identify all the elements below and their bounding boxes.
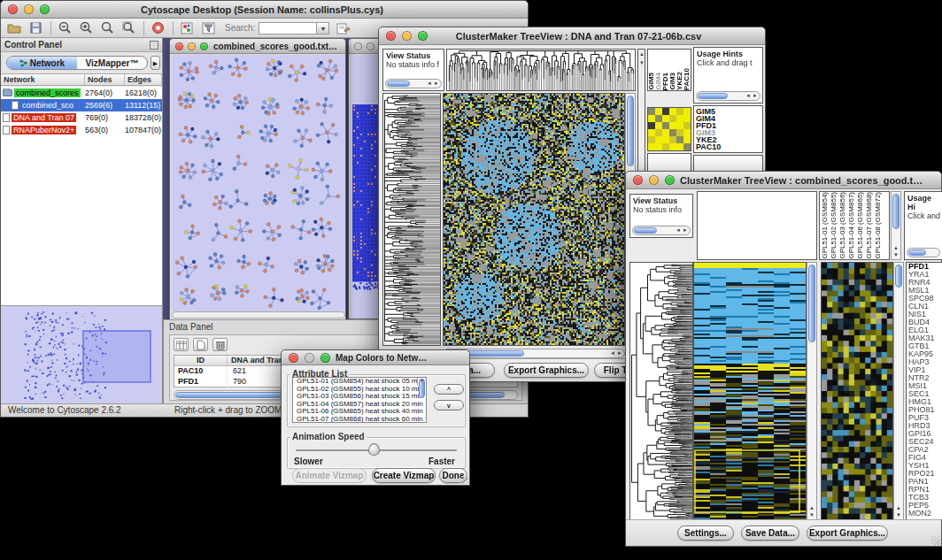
close-icon[interactable] xyxy=(8,4,18,14)
minimize-icon[interactable] xyxy=(305,353,314,363)
treeview-1-titlebar[interactable]: ClusterMaker TreeView : DNA and Tran 07-… xyxy=(379,27,765,45)
zoom-heatmap-canvas[interactable] xyxy=(822,263,892,519)
vertical-scrollbar[interactable]: ▲ ▼ xyxy=(891,191,901,260)
row-dendrogram-canvas[interactable] xyxy=(630,263,692,519)
scroll-up-icon[interactable]: ▲ xyxy=(893,245,899,250)
slider-thumb[interactable] xyxy=(368,443,380,456)
scrollbar-thumb[interactable] xyxy=(634,227,657,234)
global-heatmap-panel[interactable] xyxy=(693,262,807,520)
network-window-1[interactable]: combined_scores_good.txt--cluste... xyxy=(169,38,346,321)
save-data-button[interactable]: Save Data... xyxy=(741,525,799,541)
close-icon[interactable] xyxy=(289,353,298,363)
zoom-in-icon[interactable] xyxy=(78,21,94,35)
scroll-up-icon[interactable]: ▲ xyxy=(896,505,901,510)
resize-grip[interactable] xyxy=(459,475,468,484)
global-heatmap-canvas[interactable] xyxy=(694,263,806,519)
attribute-item[interactable]: GPL51-07 (GSM868) heat shock 60 min xyxy=(295,416,426,423)
horizontal-scrollbar[interactable] xyxy=(907,248,940,257)
zoom-window-icon[interactable] xyxy=(200,42,208,50)
zoom-fit-icon[interactable] xyxy=(120,21,136,35)
network-tree-row[interactable]: DNA and Tran 07769(0)183728(0) xyxy=(1,111,162,124)
global-heatmap-panel[interactable] xyxy=(443,93,625,346)
scroll-right-icon[interactable]: ► xyxy=(683,227,688,233)
scroll-left-icon[interactable]: ◄ xyxy=(610,350,615,356)
animate-vizmap-button[interactable]: Animate Vizmap xyxy=(292,468,367,483)
birdseye-view[interactable] xyxy=(1,306,162,403)
horizontal-scrollbar[interactable]: ◄ ► xyxy=(385,79,442,88)
vizmapper-icon[interactable] xyxy=(179,21,195,35)
network-window-1-titlebar[interactable]: combined_scores_good.txt--cluste... xyxy=(170,39,345,54)
scrollbar-thumb[interactable] xyxy=(808,265,815,342)
vertical-scrollbar[interactable]: ▲ ▼ xyxy=(807,262,817,520)
vertical-scrollbar[interactable]: ▲ ▼ xyxy=(417,378,426,386)
export-graphics-button[interactable]: Export Graphics... xyxy=(504,363,589,378)
tab-vizmapper[interactable]: VizMapper™ xyxy=(77,57,147,69)
minimize-icon[interactable] xyxy=(402,31,412,41)
scroll-down-icon[interactable]: ▼ xyxy=(896,512,901,518)
scroll-right-icon[interactable]: ► xyxy=(617,350,622,356)
scroll-left-icon[interactable]: ◄ xyxy=(745,93,751,98)
horizontal-scrollbar[interactable]: ◄ ► xyxy=(696,91,761,101)
create-vizmap-button[interactable]: Create Vizmap xyxy=(372,468,436,483)
scroll-down-icon[interactable]: ▼ xyxy=(420,377,424,385)
column-dendrogram-canvas[interactable] xyxy=(447,50,635,90)
help-icon[interactable] xyxy=(150,21,166,35)
scrollbar-thumb[interactable] xyxy=(698,93,728,99)
minimize-icon[interactable] xyxy=(649,175,659,185)
open-file-icon[interactable] xyxy=(6,21,22,35)
close-icon[interactable] xyxy=(633,175,643,185)
zoom-window-icon[interactable] xyxy=(418,31,428,41)
zoom-window-icon[interactable] xyxy=(40,4,50,14)
horizontal-scrollbar[interactable]: ◄ ► xyxy=(632,226,691,235)
resize-grip[interactable] xyxy=(931,536,940,545)
main-titlebar[interactable]: Cytoscape Desktop (Session Name: collins… xyxy=(1,1,528,19)
row-dendrogram-panel[interactable] xyxy=(382,93,441,346)
scroll-up-icon[interactable]: ▲ xyxy=(809,505,815,510)
network-tree-row[interactable]: combined_sco2569(6)13112(15) xyxy=(1,99,162,111)
vertical-scrollbar[interactable]: ▲ ▼ xyxy=(893,262,904,520)
gene-label-list[interactable]: PFD1YRA1RNR4MSL1SPC98CLN1NIS1BUD4ELG1MAK… xyxy=(906,262,942,520)
search-dropdown-icon[interactable]: ▼ xyxy=(317,22,329,35)
scroll-right-icon[interactable]: ► xyxy=(434,81,439,86)
zoom-window-icon[interactable] xyxy=(665,175,675,185)
scroll-up-icon[interactable]: ▲ xyxy=(639,51,645,57)
row-label[interactable]: PAC10 xyxy=(696,143,761,150)
scrollbar-thumb[interactable] xyxy=(387,81,410,87)
scroll-down-icon[interactable]: ▼ xyxy=(809,512,815,518)
column-dendrogram-panel[interactable] xyxy=(446,49,636,91)
scrollbar-thumb[interactable] xyxy=(892,194,900,229)
minimize-icon[interactable] xyxy=(24,4,34,14)
birdseye-canvas[interactable] xyxy=(1,306,161,403)
zoom-window-icon[interactable] xyxy=(320,353,330,363)
horizontal-scrollbar[interactable] xyxy=(172,311,345,318)
new-attribute-icon[interactable] xyxy=(193,338,208,351)
zoom-selected-icon[interactable] xyxy=(99,21,115,35)
zoom-heatmap-panel[interactable] xyxy=(647,107,691,151)
network-view-canvas[interactable] xyxy=(172,55,345,311)
minimize-icon[interactable] xyxy=(367,42,374,50)
scrollbar-thumb[interactable] xyxy=(908,249,926,256)
scrollbar-thumb[interactable] xyxy=(895,265,902,288)
scrollbar-thumb[interactable] xyxy=(627,96,634,166)
export-graphics-button[interactable]: Export Graphics... xyxy=(807,525,888,541)
move-down-button[interactable]: v xyxy=(434,400,464,410)
save-icon[interactable] xyxy=(27,21,43,35)
zoom-heatmap-panel[interactable] xyxy=(821,262,893,520)
row-dendrogram-panel[interactable] xyxy=(629,262,693,520)
scroll-left-icon[interactable]: ◄ xyxy=(676,227,681,233)
minimize-icon[interactable] xyxy=(188,42,196,50)
float-panel-icon[interactable] xyxy=(150,41,158,50)
gene-label[interactable]: MON2 xyxy=(907,510,942,518)
close-icon[interactable] xyxy=(386,31,396,41)
delete-attribute-icon[interactable] xyxy=(212,338,228,351)
column-dendrogram-panel[interactable] xyxy=(697,191,817,260)
network-tree-row[interactable]: combined_scores2764(0)16218(0) xyxy=(1,87,162,99)
select-attributes-icon[interactable] xyxy=(174,338,189,351)
scroll-down-icon[interactable]: ▼ xyxy=(893,252,899,257)
tab-overflow-button[interactable]: ▶ xyxy=(151,56,160,70)
treeview-2-titlebar[interactable]: ClusterMaker TreeView : combined_scores_… xyxy=(626,172,941,189)
dialog-titlebar[interactable]: Map Colors to Network xyxy=(282,350,469,365)
global-heatmap-canvas[interactable] xyxy=(444,94,624,345)
tab-network[interactable]: Network xyxy=(7,57,77,69)
scroll-right-icon[interactable]: ► xyxy=(753,93,758,98)
